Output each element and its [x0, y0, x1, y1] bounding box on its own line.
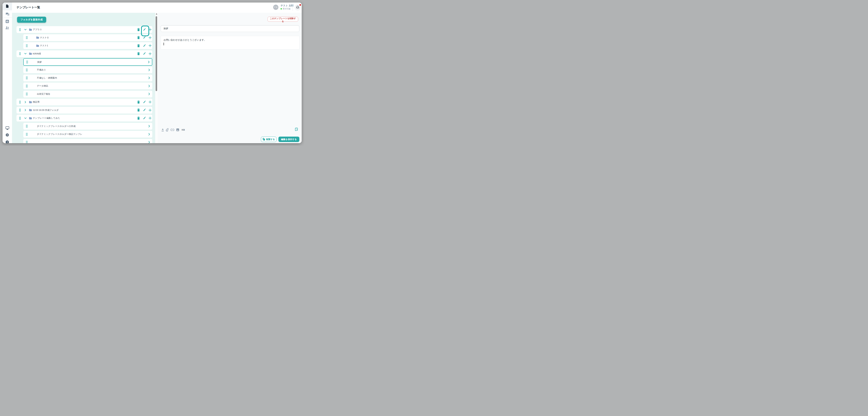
- text-format-icon[interactable]: A: [162, 128, 164, 131]
- tree-row[interactable]: アプラス: [17, 26, 152, 33]
- drag-handle-icon[interactable]: [19, 117, 21, 120]
- template-title-input[interactable]: [161, 25, 299, 32]
- delete-folder-icon[interactable]: [137, 117, 140, 120]
- drag-handle-icon[interactable]: [19, 101, 21, 104]
- edit-folder-icon[interactable]: [143, 108, 146, 112]
- drag-handle-icon[interactable]: [26, 133, 28, 136]
- delete-folder-icon[interactable]: [137, 108, 140, 112]
- folder-expand-icon[interactable]: [24, 117, 27, 119]
- folder-expand-icon[interactable]: [24, 109, 27, 111]
- tree-scrollbar[interactable]: [155, 13, 158, 143]
- drag-handle-icon[interactable]: [26, 141, 28, 143]
- link-icon[interactable]: [170, 129, 174, 131]
- tree-row[interactable]: KIRIN様: [17, 50, 152, 57]
- chevron-right-icon: [148, 125, 150, 128]
- tree-row[interactable]: ダイナミックプレースホルダー検証テンプレ: [23, 131, 152, 138]
- drag-handle-icon[interactable]: [19, 108, 21, 112]
- drag-handle-icon[interactable]: [26, 93, 28, 96]
- edit-folder-icon[interactable]: [143, 52, 146, 55]
- drag-handle-icon[interactable]: [19, 28, 21, 31]
- row-actions: [137, 115, 152, 122]
- drag-handle-icon[interactable]: [26, 125, 28, 128]
- delete-folder-icon[interactable]: [137, 28, 140, 31]
- delete-template-button[interactable]: このテンプレートを削除する: [268, 17, 298, 22]
- tree-row[interactable]: テンプレート編集してみた: [17, 115, 152, 122]
- scrollbar-thumb[interactable]: [156, 16, 157, 91]
- people-icon: [5, 26, 9, 30]
- delete-folder-icon[interactable]: [137, 44, 140, 47]
- row-actions: [137, 50, 152, 57]
- tree-row[interactable]: 不備あり: [23, 66, 152, 73]
- tree-row[interactable]: [23, 139, 152, 143]
- tree-row[interactable]: 検証用: [17, 99, 152, 105]
- folder-expand-icon[interactable]: [24, 101, 27, 103]
- clipboard-export-icon[interactable]: [295, 128, 298, 132]
- chevron-right-icon: [148, 77, 150, 79]
- edit-folder-icon[interactable]: [143, 28, 146, 31]
- delete-folder-icon[interactable]: [137, 52, 140, 55]
- app-window: ? テンプレート一覧 テ太 テスト 太郎 受付可能: [2, 2, 302, 143]
- sidebar-item-help[interactable]: ?: [2, 139, 12, 143]
- row-label: アプラス: [33, 28, 42, 31]
- row-label: テンプレート編集してみた: [33, 117, 60, 119]
- avatar[interactable]: テ太: [273, 5, 278, 10]
- row-label: KIRIN様: [33, 52, 41, 55]
- row-label: 出荷完了報告: [37, 93, 50, 96]
- duplicate-button[interactable]: 複製する: [261, 137, 276, 142]
- save-button[interactable]: 編集を保存する: [278, 137, 299, 142]
- image-icon[interactable]: [176, 128, 179, 131]
- user-meta[interactable]: テスト 太郎 受付可能: [281, 4, 293, 10]
- template-editor-panel: このテンプレートを削除する お問い合わせがありがとうございます。 A KB: [158, 13, 302, 143]
- tree-row[interactable]: テスト①: [23, 34, 152, 41]
- status-dot: [281, 8, 282, 9]
- drag-handle-icon[interactable]: [26, 61, 28, 64]
- chevron-right-icon: [148, 61, 150, 63]
- kb-icon[interactable]: KB: [181, 129, 185, 131]
- drag-handle-icon[interactable]: [26, 84, 28, 88]
- add-template-icon[interactable]: [149, 108, 152, 112]
- add-template-icon[interactable]: [149, 52, 152, 55]
- sidebar-item-users[interactable]: [2, 25, 12, 32]
- tree-row[interactable]: テスト1: [23, 42, 152, 49]
- sidebar-item-chat[interactable]: [2, 10, 12, 18]
- tree-row[interactable]: 11/19 16:09 作成フォルダ: [17, 107, 152, 113]
- tree-row[interactable]: ダイナミックプレースホルダーの作成: [23, 123, 152, 130]
- sidebar-item-monitor[interactable]: [2, 125, 12, 132]
- edit-folder-icon[interactable]: [143, 36, 146, 39]
- drag-handle-icon[interactable]: [26, 36, 28, 39]
- edit-folder-icon[interactable]: [143, 117, 146, 120]
- delete-folder-icon[interactable]: [137, 101, 140, 104]
- new-folder-button[interactable]: フォルダを新規作成: [17, 17, 46, 23]
- status-label: 受付可能: [283, 8, 290, 10]
- template-body-text: お問い合わせがありがとうございます。: [163, 38, 297, 42]
- drag-handle-icon[interactable]: [26, 68, 28, 71]
- folder-icon: [29, 52, 32, 55]
- delete-folder-icon[interactable]: [137, 36, 140, 39]
- edit-folder-icon[interactable]: [143, 101, 146, 104]
- sidebar-item-settings[interactable]: [2, 131, 12, 139]
- attachment-icon[interactable]: [166, 128, 168, 132]
- template-body-editor[interactable]: お問い合わせがありがとうございます。: [161, 36, 300, 49]
- duplicate-label: 複製する: [266, 138, 275, 141]
- add-template-icon[interactable]: [149, 44, 152, 47]
- tree-row[interactable]: 出荷完了報告: [23, 91, 152, 98]
- add-template-icon[interactable]: [149, 101, 152, 104]
- tree-row[interactable]: 挨拶: [23, 58, 152, 66]
- folder-icon: [29, 101, 32, 103]
- row-label: ダイナミックプレースホルダー検証テンプレ: [37, 133, 82, 136]
- edit-folder-icon[interactable]: [143, 44, 146, 47]
- row-label: テスト①: [40, 36, 49, 39]
- sidebar-item-templates[interactable]: [2, 2, 12, 10]
- drag-handle-icon[interactable]: [26, 76, 28, 79]
- tree-row[interactable]: データ納品: [23, 82, 152, 89]
- folder-expand-icon[interactable]: [24, 53, 27, 55]
- add-template-icon[interactable]: [149, 36, 152, 39]
- folder-expand-icon[interactable]: [24, 29, 27, 30]
- tree-row[interactable]: 不備なし・納期案内: [23, 75, 152, 81]
- add-template-icon[interactable]: [149, 117, 152, 120]
- drag-handle-icon[interactable]: [19, 52, 21, 55]
- folder-icon: [29, 28, 32, 31]
- add-template-icon[interactable]: [149, 28, 152, 31]
- drag-handle-icon[interactable]: [26, 44, 28, 47]
- scrollbar-up-arrow[interactable]: [156, 13, 157, 14]
